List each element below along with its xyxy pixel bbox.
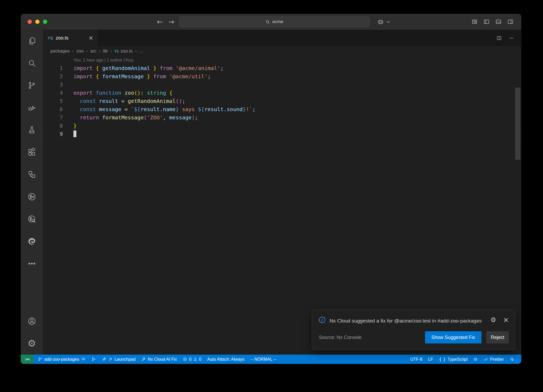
toggle-panel-icon[interactable]	[495, 19, 502, 25]
statusbar-problems[interactable]: 0⚠0	[180, 355, 204, 364]
activity-bar-item-extensions[interactable]	[21, 141, 43, 163]
line-number: 4	[43, 89, 63, 97]
codelens-annotation[interactable]: You, 1 hour ago | 1 author (You)	[43, 56, 521, 64]
statusbar-git-branch-item[interactable]: add-zoo-packages	[35, 355, 89, 364]
statusbar-copilot-status[interactable]	[470, 355, 481, 364]
breadcrumb-more[interactable]: ...	[139, 49, 143, 54]
toggle-secondary-sidebar-icon[interactable]	[507, 19, 514, 25]
activity-bar-item-explorer[interactable]	[21, 30, 43, 52]
back-arrow-icon[interactable]: ←	[157, 18, 163, 26]
line-content: const result = getRandomAnimal();	[63, 97, 185, 105]
tab-zoo-ts[interactable]: TS zoo.ts ×	[43, 30, 97, 46]
statusbar-formatter-prettier[interactable]: Prettier	[481, 355, 507, 364]
statusbar-launchpad[interactable]: Launchpad	[99, 355, 138, 364]
chevron-down-icon	[386, 20, 390, 24]
code-line-6: 6 const message = `${result.name} says $…	[43, 105, 521, 114]
customize-layout-icon[interactable]	[471, 19, 478, 25]
minimize-window-button[interactable]	[35, 20, 40, 24]
breadcrumb-src[interactable]: src	[90, 49, 97, 54]
copilot-icon	[473, 357, 478, 361]
activity-bar-item-nx-console[interactable]	[21, 186, 43, 208]
nx-console-icon	[27, 192, 36, 201]
account-icon	[27, 317, 36, 326]
git-branch-sm-icon	[38, 357, 42, 361]
statusbar-eol[interactable]: LF	[425, 355, 436, 364]
breadcrumb-separator: ›	[86, 49, 88, 54]
notification-close-icon[interactable]: ×	[503, 316, 509, 323]
breadcrumb-lib[interactable]: lib	[103, 49, 108, 54]
statusbar-nx-cloud-ai-fix[interactable]: Nx Cloud AI Fix	[138, 355, 180, 364]
forward-arrow-icon[interactable]: →	[169, 18, 174, 26]
editor-group: TS zoo.ts × packages›zoo›src›lib›TSzoo.t…	[43, 30, 521, 355]
copilot-menu-button[interactable]	[377, 14, 390, 30]
activity-bar-item-nx-cloud[interactable]	[21, 208, 43, 230]
notification-header: i Nx Cloud suggested a fix for @acme/zoo…	[319, 316, 509, 326]
code-line-7: 7 return formatMessage('ZOO', message);	[43, 114, 521, 122]
activity-bar-item-remote-explorer[interactable]	[21, 163, 43, 186]
reject-button[interactable]: Reject	[486, 331, 509, 343]
search-query: acme	[272, 19, 283, 24]
statusbar-language-mode[interactable]: { }TypeScript	[436, 355, 470, 364]
show-suggested-fix-button[interactable]: Show Suggested Fix	[425, 331, 481, 343]
statusbar-encoding[interactable]: UTF-8	[407, 355, 425, 364]
activity-bar-item-accounts[interactable]	[21, 310, 43, 332]
statusbar-git-graph-item[interactable]	[89, 355, 99, 364]
breadcrumb-zoo[interactable]: zoo	[76, 49, 84, 54]
line-number: 3	[43, 81, 63, 89]
code-line-2: 2import { formatMessage } from '@acme/ut…	[43, 72, 521, 81]
statusbar-eol-label: LF	[428, 357, 433, 362]
editor-scrollbar[interactable]	[515, 88, 520, 160]
nx-cloud-icon	[27, 215, 36, 224]
command-center-search[interactable]: acme	[179, 16, 369, 27]
git-graph-icon	[91, 357, 96, 361]
code-line-9: 9	[43, 130, 521, 138]
close-tab-icon[interactable]: ×	[89, 35, 93, 41]
statusbar-auto-attach[interactable]: Auto Attach: Always	[204, 355, 248, 364]
breadcrumb-separator: ›	[135, 49, 137, 54]
activity-bar-item-source-control[interactable]	[21, 74, 43, 97]
activity-bar-item-additional-views[interactable]	[21, 252, 43, 275]
line-number: 1	[43, 64, 63, 72]
more-actions-icon[interactable]	[509, 35, 514, 41]
text-cursor	[73, 130, 76, 137]
statusbar-problems-label: 0	[189, 357, 191, 362]
split-editor-icon[interactable]	[496, 35, 502, 41]
vscode-window: ← → acme	[21, 14, 521, 364]
more-icon	[27, 259, 36, 268]
extensions-icon	[27, 148, 36, 157]
breadcrumb-file[interactable]: TSzoo.ts	[114, 49, 133, 54]
code-line-4: 4export function zoo(): string {	[43, 89, 521, 97]
breadcrumb-file-label: zoo.ts	[121, 49, 133, 54]
breadcrumb-packages[interactable]: packages	[50, 49, 70, 54]
line-number: 5	[43, 97, 63, 105]
statusbar-vim-mode[interactable]: -- NORMAL --	[247, 355, 279, 364]
desktop: ← → acme	[0, 0, 543, 392]
wrench-icon	[141, 357, 146, 361]
statusbar-remote-indicator-label: ><	[25, 357, 29, 362]
close-window-button[interactable]	[28, 20, 32, 24]
notification-source: Source: Nx Console	[319, 335, 361, 340]
window-controls	[28, 20, 47, 24]
toggle-primary-sidebar-icon[interactable]	[483, 19, 490, 25]
edge-icon	[27, 237, 36, 246]
files-icon	[27, 36, 36, 45]
statusbar-notifications-bell[interactable]	[507, 355, 517, 364]
activity-bar-item-settings[interactable]: ⚙	[21, 332, 43, 355]
statusbar-language-mode-label: TypeScript	[448, 357, 468, 362]
notification-settings-icon[interactable]: ⚙	[491, 317, 496, 323]
activity-bar-item-testing[interactable]	[21, 119, 43, 141]
notification-actions: ⚙ ×	[491, 316, 509, 323]
code-line-5: 5 const result = getRandomAnimal();	[43, 97, 521, 105]
activity-bar-item-search[interactable]	[21, 52, 43, 74]
warning-icon: ⚠	[193, 357, 197, 361]
braces-icon: { }	[439, 357, 445, 361]
activity-bar: ⚙	[21, 30, 43, 355]
zoom-window-button[interactable]	[43, 20, 47, 24]
activity-bar-item-run-and-debug[interactable]	[21, 97, 43, 119]
statusbar-encoding-label: UTF-8	[410, 357, 422, 362]
statusbar-remote-indicator[interactable]: ><	[21, 355, 34, 364]
notification-toast: i Nx Cloud suggested a fix for @acme/zoo…	[312, 309, 515, 350]
activity-bar-item-edge-browser[interactable]	[21, 230, 43, 252]
editor-actions	[496, 30, 521, 46]
line-content	[63, 130, 76, 138]
